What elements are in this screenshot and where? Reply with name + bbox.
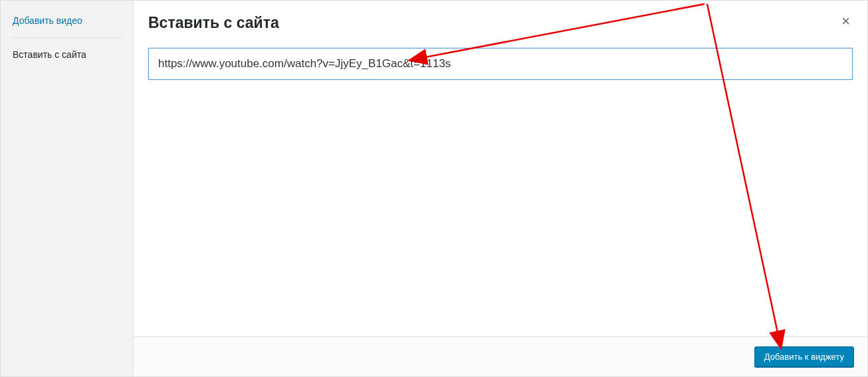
main-footer: Добавить к виджету (134, 336, 867, 376)
add-to-widget-button[interactable]: Добавить к виджету (754, 346, 854, 367)
main-header: Вставить с сайта × (134, 1, 867, 40)
sidebar-item-add-video[interactable]: Добавить видео (1, 7, 133, 34)
sidebar-divider (11, 37, 122, 38)
url-input[interactable] (148, 48, 853, 80)
sidebar-item-insert-from-site[interactable]: Вставить с сайта (1, 41, 133, 68)
close-icon: × (841, 13, 850, 29)
main-body (134, 40, 867, 336)
page-title: Вставить с сайта (148, 14, 279, 32)
main-panel: Вставить с сайта × Добавить к виджету (134, 1, 867, 376)
close-button[interactable]: × (839, 14, 853, 29)
sidebar: Добавить видео Вставить с сайта (1, 1, 134, 376)
